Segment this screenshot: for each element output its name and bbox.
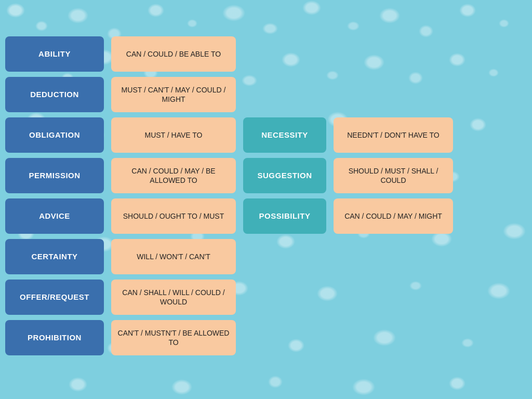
page: ABILITYCAN / COULD / BE ABLE TODEDUCTION… bbox=[0, 0, 532, 399]
offer_request-col2: CAN / SHALL / WILL / COULD / WOULD bbox=[111, 280, 236, 315]
deduction-col1: DEDUCTION bbox=[5, 77, 104, 112]
row-advice: ADVICESHOULD / OUGHT TO / MUSTPOSSIBILIT… bbox=[5, 198, 527, 234]
deduction-col2: MUST / CAN'T / MAY / COULD / MIGHT bbox=[111, 77, 236, 112]
permission-col1: PERMISSION bbox=[5, 158, 104, 193]
obligation-col2: MUST / HAVE TO bbox=[111, 117, 236, 153]
row-certainty: CERTAINTYWILL / WON'T / CAN'T bbox=[5, 239, 527, 274]
permission-col2: CAN / COULD / MAY / BE ALLOWED TO bbox=[111, 158, 236, 193]
prohibition-col2: CAN'T / MUSTN'T / BE ALLOWED TO bbox=[111, 320, 236, 355]
row-prohibition: PROHIBITIONCAN'T / MUSTN'T / BE ALLOWED … bbox=[5, 320, 527, 355]
permission-col3: SUGGESTION bbox=[243, 158, 326, 193]
certainty-col1: CERTAINTY bbox=[5, 239, 104, 274]
advice-col4: CAN / COULD / MAY / MIGHT bbox=[334, 198, 453, 234]
ability-col1: ABILITY bbox=[5, 36, 104, 72]
prohibition-col1: PROHIBITION bbox=[5, 320, 104, 355]
obligation-col1: OBLIGATION bbox=[5, 117, 104, 153]
offer_request-col1: OFFER/REQUEST bbox=[5, 280, 104, 315]
advice-col1: ADVICE bbox=[5, 198, 104, 234]
ability-col2: CAN / COULD / BE ABLE TO bbox=[111, 36, 236, 72]
row-permission: PERMISSIONCAN / COULD / MAY / BE ALLOWED… bbox=[5, 158, 527, 193]
advice-col3: POSSIBILITY bbox=[243, 198, 326, 234]
row-offer_request: OFFER/REQUESTCAN / SHALL / WILL / COULD … bbox=[5, 280, 527, 315]
modal-verbs-grid: ABILITYCAN / COULD / BE ABLE TODEDUCTION… bbox=[5, 36, 527, 361]
permission-col4: SHOULD / MUST / SHALL / COULD bbox=[334, 158, 453, 193]
row-deduction: DEDUCTIONMUST / CAN'T / MAY / COULD / MI… bbox=[5, 77, 527, 112]
row-ability: ABILITYCAN / COULD / BE ABLE TO bbox=[5, 36, 527, 72]
obligation-col4: NEEDN'T / DON'T HAVE TO bbox=[334, 117, 453, 153]
obligation-col3: NECESSITY bbox=[243, 117, 326, 153]
certainty-col2: WILL / WON'T / CAN'T bbox=[111, 239, 236, 274]
advice-col2: SHOULD / OUGHT TO / MUST bbox=[111, 198, 236, 234]
row-obligation: OBLIGATIONMUST / HAVE TONECESSITYNEEDN'T… bbox=[5, 117, 527, 153]
